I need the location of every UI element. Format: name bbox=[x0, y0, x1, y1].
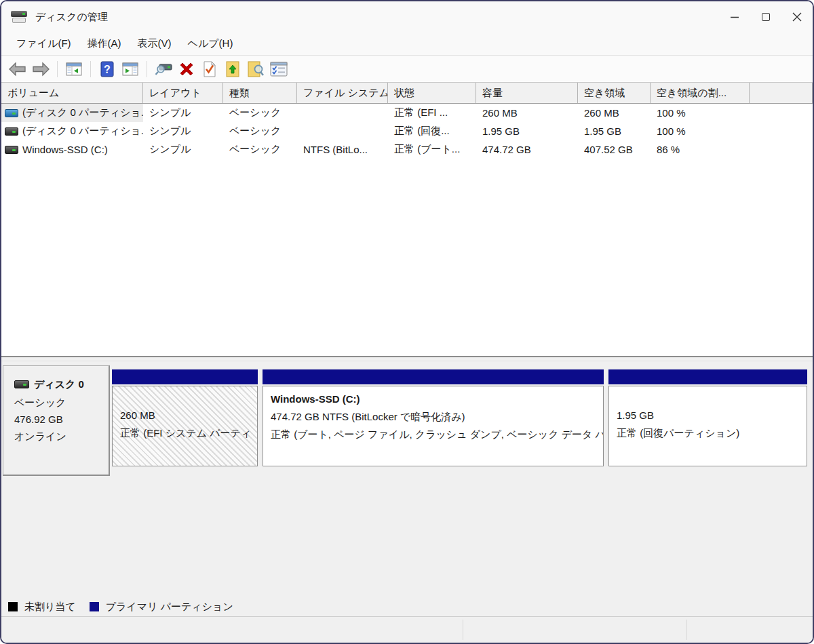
legend-bar: 未割り当て プライマリ パーティション bbox=[1, 597, 813, 617]
volume-name: Windows-SSD (C:) bbox=[22, 144, 108, 155]
graphical-view: ディスク 0 ベーシック 476.92 GB オンライン 260 MB 正常 (… bbox=[1, 361, 813, 597]
status-bar bbox=[1, 617, 813, 643]
partition-status: 正常 (ブート, ページ ファイル, クラッシュ ダンプ, ベーシック データ … bbox=[271, 426, 603, 443]
console-tree-icon bbox=[66, 62, 82, 76]
volume-free-space: 260 MB bbox=[578, 104, 651, 122]
checklist-icon bbox=[270, 62, 288, 77]
disk-name: ディスク 0 bbox=[34, 376, 84, 393]
volume-free-space: 1.95 GB bbox=[578, 122, 651, 140]
partition-efi[interactable]: 260 MB 正常 (EFI システム パーティ bbox=[112, 369, 258, 466]
partition-color-bar bbox=[112, 369, 258, 384]
menu-help[interactable]: ヘルプ(H) bbox=[180, 35, 241, 53]
open-folder-button[interactable] bbox=[222, 59, 244, 79]
toolbar-separator bbox=[90, 61, 91, 77]
volume-file-system bbox=[297, 122, 388, 140]
toolbar-separator bbox=[57, 61, 58, 77]
column-header-layout[interactable]: レイアウト bbox=[143, 83, 223, 103]
unallocated-swatch bbox=[8, 602, 18, 611]
primary-partition-swatch bbox=[90, 602, 99, 611]
toolbar: ? bbox=[1, 56, 813, 83]
partition-color-bar bbox=[263, 369, 604, 384]
partition-status: 正常 (回復パーティション) bbox=[617, 424, 807, 442]
volume-type: ベーシック bbox=[223, 140, 297, 159]
volume-type: ベーシック bbox=[223, 104, 297, 122]
help-button[interactable]: ? bbox=[96, 59, 118, 79]
disk-management-window: ディスクの管理 ファイル(F) 操作(A) 表示(V) ヘルプ(H) bbox=[0, 0, 814, 644]
volume-file-system: NTFS (BitLo... bbox=[297, 140, 388, 159]
partition-status: 正常 (EFI システム パーティ bbox=[120, 424, 257, 442]
partition-size: 1.95 GB bbox=[617, 407, 807, 424]
volume-row-windows-ssd[interactable]: Windows-SSD (C:) シンプル ベーシック NTFS (BitLo.… bbox=[1, 140, 813, 159]
disk-size: 476.92 GB bbox=[14, 411, 109, 428]
column-header-free-pct[interactable]: 空き領域の割... bbox=[651, 83, 750, 103]
maximize-button[interactable] bbox=[750, 3, 781, 31]
volume-list-empty-area bbox=[1, 159, 813, 356]
status-bar-divider bbox=[463, 620, 463, 640]
forward-button[interactable] bbox=[30, 59, 52, 79]
volume-type: ベーシック bbox=[223, 122, 297, 140]
mark-partition-button[interactable] bbox=[199, 59, 220, 79]
disk-0-info-panel[interactable]: ディスク 0 ベーシック 476.92 GB オンライン bbox=[3, 365, 110, 476]
volume-capacity: 1.95 GB bbox=[476, 122, 578, 140]
volume-file-system bbox=[297, 104, 388, 122]
disk-type: ベーシック bbox=[14, 394, 109, 411]
partition-recovery[interactable]: 1.95 GB 正常 (回復パーティション) bbox=[608, 369, 807, 466]
drive-view-button[interactable] bbox=[153, 59, 174, 79]
properties-button[interactable] bbox=[268, 59, 290, 79]
folder-magnifier-icon bbox=[248, 60, 264, 78]
toolbar-separator bbox=[147, 61, 147, 77]
column-header-capacity[interactable]: 容量 bbox=[476, 83, 578, 103]
pane-splitter[interactable] bbox=[1, 357, 813, 361]
disk-status: オンライン bbox=[14, 428, 109, 445]
volume-layout: シンプル bbox=[143, 140, 223, 159]
title-bar: ディスクの管理 bbox=[1, 1, 813, 33]
blue-drive-icon bbox=[5, 109, 18, 117]
volume-list: ボリューム レイアウト 種類 ファイル システム 状態 容量 空き領域 空き領域… bbox=[1, 83, 813, 357]
column-header-type[interactable]: 種類 bbox=[223, 83, 297, 103]
volume-capacity: 260 MB bbox=[476, 104, 578, 122]
legend-unallocated-label: 未割り当て bbox=[24, 601, 76, 613]
svg-text:?: ? bbox=[104, 63, 111, 75]
show-action-pane-button[interactable] bbox=[119, 59, 141, 79]
forward-arrow-icon bbox=[32, 62, 50, 77]
volume-status: 正常 (EFI ... bbox=[388, 104, 476, 122]
back-button[interactable] bbox=[7, 59, 28, 79]
menu-action[interactable]: 操作(A) bbox=[79, 35, 130, 53]
column-header-volume[interactable]: ボリューム bbox=[1, 83, 143, 103]
close-button[interactable] bbox=[781, 3, 813, 31]
volume-free-pct: 100 % bbox=[651, 122, 750, 140]
partition-size: 260 MB bbox=[120, 407, 257, 424]
volume-row-efi[interactable]: (ディスク 0 パーティショ... シンプル ベーシック 正常 (EFI ...… bbox=[1, 104, 813, 122]
menu-file[interactable]: ファイル(F) bbox=[8, 35, 79, 53]
dark-drive-icon bbox=[5, 127, 18, 136]
disk-management-app-icon bbox=[11, 11, 27, 23]
explore-folder-button[interactable] bbox=[245, 59, 267, 79]
dark-drive-icon bbox=[5, 146, 18, 154]
volume-free-pct: 100 % bbox=[651, 104, 750, 122]
volume-capacity: 474.72 GB bbox=[476, 140, 578, 159]
legend-primary-partition-label: プライマリ パーティション bbox=[106, 601, 233, 613]
partition-title: Windows-SSD (C:) bbox=[271, 390, 603, 408]
volume-name: (ディスク 0 パーティショ... bbox=[22, 125, 143, 138]
column-header-free-space[interactable]: 空き領域 bbox=[578, 83, 651, 103]
volume-free-pct: 86 % bbox=[651, 140, 750, 159]
partition-color-bar bbox=[608, 369, 807, 384]
partitions-strip: 260 MB 正常 (EFI システム パーティ Windows-SSD (C:… bbox=[112, 369, 807, 466]
volume-name: (ディスク 0 パーティショ... bbox=[22, 106, 143, 119]
status-bar-divider bbox=[686, 620, 687, 640]
column-header-status[interactable]: 状態 bbox=[388, 83, 476, 103]
column-header-file-system[interactable]: ファイル システム bbox=[297, 83, 388, 103]
minimize-button[interactable] bbox=[719, 3, 750, 31]
partition-windows-ssd[interactable]: Windows-SSD (C:) 474.72 GB NTFS (BitLock… bbox=[263, 369, 604, 466]
drive-magnifier-icon bbox=[155, 62, 172, 77]
window-title: ディスクの管理 bbox=[35, 11, 108, 24]
disk-0-row: ディスク 0 ベーシック 476.92 GB オンライン 260 MB 正常 (… bbox=[1, 364, 813, 478]
delete-volume-button[interactable] bbox=[176, 59, 197, 79]
volume-free-space: 407.52 GB bbox=[578, 140, 651, 159]
show-console-tree-button[interactable] bbox=[63, 59, 85, 79]
menu-view[interactable]: 表示(V) bbox=[130, 35, 180, 53]
menu-bar: ファイル(F) 操作(A) 表示(V) ヘルプ(H) bbox=[1, 33, 813, 56]
action-pane-icon bbox=[122, 62, 138, 76]
volume-row-recovery[interactable]: (ディスク 0 パーティショ... シンプル ベーシック 正常 (回復... 1… bbox=[1, 122, 813, 140]
partition-size: 474.72 GB NTFS (BitLocker で暗号化済み) bbox=[271, 408, 603, 426]
